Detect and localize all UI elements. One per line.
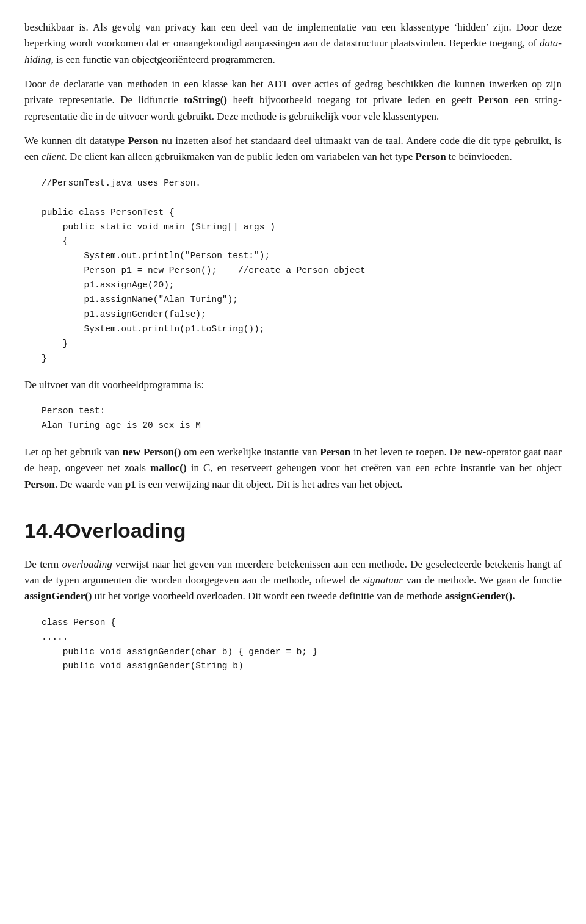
- italic-overloading: overloading: [62, 558, 112, 570]
- paragraph-2: Door de declaratie van methoden in een k…: [24, 76, 562, 125]
- code-block-persontest: //PersonTest.java uses Person. public cl…: [42, 176, 562, 366]
- bold-person-3: Person: [416, 151, 446, 162]
- bold-new: new: [465, 446, 482, 458]
- output-label: De uitvoer van dit voorbeeldprogramma is…: [24, 377, 562, 393]
- italic-data-hiding: data-hiding: [24, 37, 562, 65]
- output-block: Person test: Alan Turing age is 20 sex i…: [42, 404, 562, 433]
- bold-person-2: Person: [128, 135, 158, 146]
- bold-person-4: Person: [320, 446, 350, 458]
- paragraph-3: We kunnen dit datatype Person nu inzette…: [24, 133, 562, 165]
- paragraph-5: De term overloading verwijst naar het ge…: [24, 557, 562, 605]
- paragraph-1: beschikbaar is. Als gevolg van privacy k…: [24, 20, 562, 68]
- bold-assigngender-2: assignGender().: [445, 590, 515, 602]
- bold-assigngender-1: assignGender(): [24, 590, 92, 602]
- bold-p1: p1: [125, 478, 136, 490]
- bold-person-5: Person: [24, 478, 55, 490]
- code-block-person-class: class Person { ..... public void assignG…: [42, 616, 562, 674]
- bold-tostring: toString(): [184, 94, 227, 106]
- paragraph-4: Let op het gebruik van new Person() om e…: [24, 444, 562, 493]
- section-heading-overloading: 14.4Overloading: [24, 514, 562, 547]
- main-content: beschikbaar is. Als gevolg van privacy k…: [24, 20, 562, 674]
- italic-client: client: [42, 151, 65, 162]
- bold-new-person: new Person(): [123, 446, 181, 458]
- bold-malloc: malloc(): [150, 462, 186, 474]
- italic-signatuur: signatuur: [363, 574, 403, 586]
- bold-person-1: Person: [478, 94, 508, 106]
